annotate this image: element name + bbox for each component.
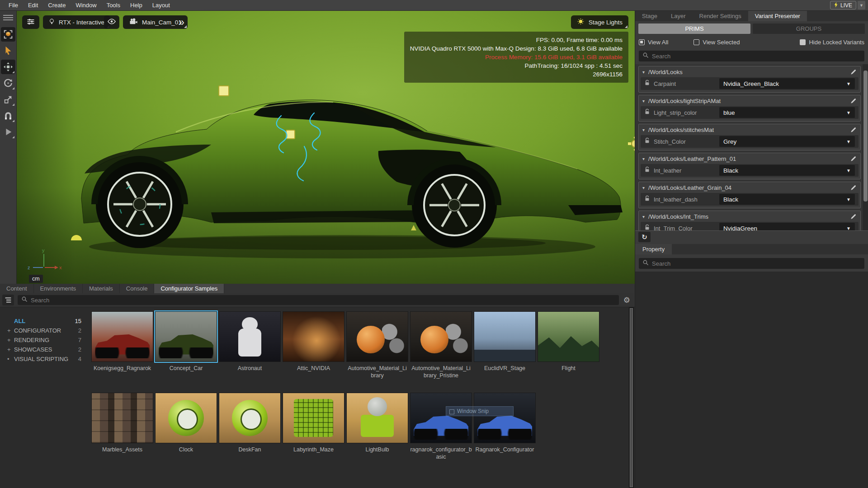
- scale-tool-button[interactable]: [1, 92, 15, 107]
- asset-item-deskfan[interactable]: DeskFan: [219, 393, 281, 467]
- stage-lights-button[interactable]: Stage Lights: [571, 15, 628, 29]
- asset-item-euclidvr-stage[interactable]: EuclidVR_Stage: [474, 311, 536, 385]
- prims-groups-switch: PRIMS GROUPS: [638, 23, 865, 34]
- edit-icon[interactable]: [850, 213, 857, 220]
- rotate-tool-button[interactable]: [1, 76, 15, 90]
- asset-item-labyrinth-maze[interactable]: Labyrinth_Maze: [283, 393, 344, 467]
- tab-console[interactable]: Console: [120, 284, 155, 293]
- viewport-3d[interactable]: RTX - Interactive Main_Cam_01 » Stage Li…: [17, 11, 635, 284]
- property-search-input[interactable]: [652, 260, 861, 267]
- hide-locked-checkbox[interactable]: [800, 39, 806, 45]
- lock-icon[interactable]: [644, 195, 650, 203]
- tab-render-settings[interactable]: Render Settings: [693, 11, 748, 21]
- category-configurator[interactable]: +CONFIGURATOR2: [0, 326, 89, 335]
- dropdown-arrow-icon: ▼: [846, 226, 851, 231]
- asset-item-astronaut[interactable]: Astronaut: [219, 311, 281, 385]
- asset-item-clock[interactable]: Clock: [155, 393, 217, 467]
- edit-icon[interactable]: [850, 69, 857, 75]
- chevron-down-icon[interactable]: ▾: [642, 185, 645, 190]
- variant-value-dropdown[interactable]: blue▼: [719, 107, 855, 118]
- lock-icon[interactable]: [644, 108, 650, 117]
- variant-value-dropdown[interactable]: NvidiaGreen▼: [719, 223, 855, 230]
- refresh-button[interactable]: ↻: [638, 232, 651, 242]
- prims-tab-button[interactable]: PRIMS: [638, 23, 750, 34]
- selection-tool-button[interactable]: [1, 27, 15, 42]
- asset-item-flight[interactable]: Flight: [538, 311, 599, 385]
- menu-window[interactable]: Window: [71, 0, 100, 10]
- variant-scrollbar[interactable]: [863, 64, 868, 230]
- asset-item-concept-car[interactable]: Concept_Car: [155, 311, 217, 385]
- content-scrollbar[interactable]: [629, 307, 634, 488]
- chevron-down-icon[interactable]: ▾: [642, 70, 645, 75]
- asset-item-automotive-material-library-pristine[interactable]: Automotive_Material_Library_Pristine: [410, 311, 472, 385]
- expand-icon[interactable]: •: [7, 356, 14, 362]
- expand-icon[interactable]: +: [7, 346, 14, 353]
- menu-edit[interactable]: Edit: [24, 0, 42, 10]
- lock-icon[interactable]: [644, 166, 650, 174]
- variant-search-input[interactable]: [652, 53, 861, 60]
- asset-item-attic-nvidia[interactable]: Attic_NVIDIA: [283, 311, 344, 385]
- viewport-settings-button[interactable]: [22, 15, 39, 29]
- edit-icon[interactable]: [850, 127, 857, 133]
- lock-icon[interactable]: [644, 224, 650, 230]
- menu-file[interactable]: File: [5, 0, 22, 10]
- asset-item-marbles-assets[interactable]: Marbles_Assets: [91, 393, 153, 467]
- category-all[interactable]: ALL15: [0, 316, 89, 326]
- category-rendering[interactable]: +RENDERING7: [0, 335, 89, 345]
- groups-tab-button[interactable]: GROUPS: [753, 23, 865, 34]
- snap-tool-button[interactable]: [1, 108, 15, 123]
- category-visual-scripting[interactable]: •VISUAL SCRIPTING4: [0, 354, 89, 364]
- variant-value-dropdown[interactable]: Black▼: [719, 165, 855, 176]
- view-selected-checkbox[interactable]: [693, 39, 699, 45]
- chevron-down-icon[interactable]: ▾: [642, 214, 645, 219]
- category-showcases[interactable]: +SHOWCASES2: [0, 345, 89, 354]
- dropdown-arrow-icon: ▼: [846, 197, 851, 202]
- expand-icon[interactable]: +: [7, 337, 14, 343]
- edit-icon[interactable]: [850, 155, 857, 162]
- variant-value-dropdown[interactable]: Black▼: [719, 194, 855, 205]
- tab-layer[interactable]: Layer: [664, 11, 693, 21]
- tab-stage[interactable]: Stage: [635, 11, 664, 21]
- lock-icon[interactable]: [644, 80, 650, 88]
- asset-item-ragnarok-configurator-basic[interactable]: ragnarok_configurator_basic: [410, 393, 472, 467]
- edit-icon[interactable]: [850, 184, 857, 191]
- asset-item-koenigsegg-ragnarok[interactable]: Koenigsegg_Ragnarok: [91, 311, 153, 385]
- live-button[interactable]: LIVE: [830, 1, 856, 9]
- view-all-checkbox[interactable]: [639, 39, 645, 45]
- menu-help[interactable]: Help: [126, 0, 146, 10]
- eye-icon: [107, 19, 116, 26]
- visibility-button[interactable]: [104, 15, 119, 29]
- play-tool-button[interactable]: [1, 125, 15, 139]
- gear-icon[interactable]: ⚙: [623, 296, 630, 305]
- tab-content[interactable]: Content: [0, 284, 34, 293]
- property-tab[interactable]: Property: [635, 244, 672, 254]
- menu-layout[interactable]: Layout: [148, 0, 174, 10]
- lock-icon[interactable]: [644, 137, 650, 145]
- tab-configurator-samples[interactable]: Configurator Samples: [154, 284, 224, 293]
- variant-value-dropdown[interactable]: Grey▼: [719, 136, 855, 147]
- menu-create[interactable]: Create: [44, 0, 70, 10]
- tree-view-toggle-icon[interactable]: [2, 295, 14, 305]
- asset-item-ragnarok-configurator[interactable]: Ragnarok_Configurator: [474, 393, 536, 467]
- content-search-input[interactable]: [31, 297, 615, 304]
- asset-item-lightbulb[interactable]: LightBulb: [346, 393, 408, 467]
- units-badge: cm: [29, 275, 43, 283]
- chevron-down-icon[interactable]: ▾: [642, 127, 645, 132]
- asset-item-automotive-material-library[interactable]: Automotive_Material_Library: [346, 311, 408, 385]
- toolbar-expand-chevrons-icon[interactable]: »: [179, 15, 184, 29]
- expand-icon[interactable]: +: [7, 327, 14, 334]
- hamburger-menu-icon[interactable]: [3, 14, 13, 22]
- menu-tools[interactable]: Tools: [103, 0, 124, 10]
- tab-environments[interactable]: Environments: [34, 284, 83, 293]
- tab-variant-presenter[interactable]: Variant Presenter: [748, 11, 807, 21]
- chevron-down-icon[interactable]: ▾: [642, 99, 645, 103]
- tab-materials[interactable]: Materials: [83, 284, 120, 293]
- camera-selector[interactable]: Main_Cam_01: [123, 15, 188, 29]
- chevron-down-icon[interactable]: ▾: [642, 156, 645, 161]
- move-tool-button[interactable]: [1, 60, 15, 74]
- live-dropdown-chevron-icon[interactable]: ▼: [858, 1, 865, 9]
- cursor-tool-button[interactable]: [1, 43, 15, 58]
- edit-icon[interactable]: [850, 98, 857, 104]
- variant-value-dropdown[interactable]: Nvidia_Green_Black▼: [719, 78, 855, 89]
- renderer-selector[interactable]: RTX - Interactive: [43, 15, 110, 29]
